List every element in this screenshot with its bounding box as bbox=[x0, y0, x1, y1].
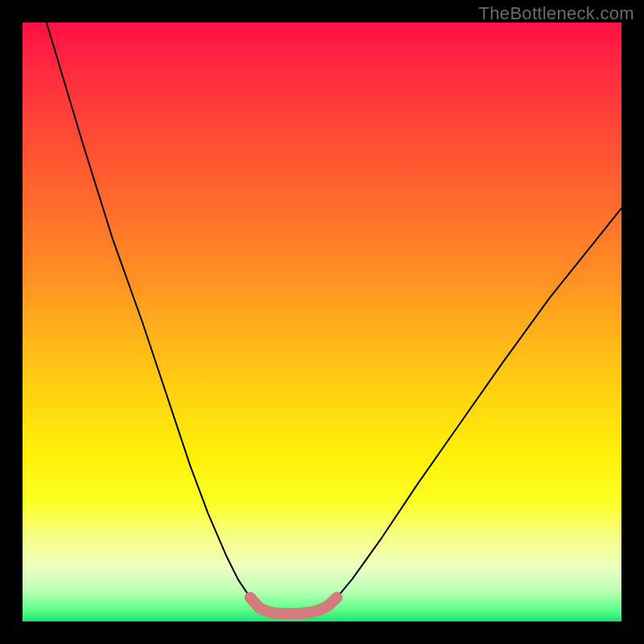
curve-left-branch bbox=[47, 23, 266, 611]
plot-area bbox=[23, 23, 621, 621]
curve-layer bbox=[23, 23, 621, 621]
watermark-text: TheBottleneck.com bbox=[479, 3, 634, 24]
curve-right-branch bbox=[319, 208, 621, 610]
curve-valley-floor bbox=[250, 597, 337, 613]
chart-frame: TheBottleneck.com bbox=[0, 0, 644, 644]
